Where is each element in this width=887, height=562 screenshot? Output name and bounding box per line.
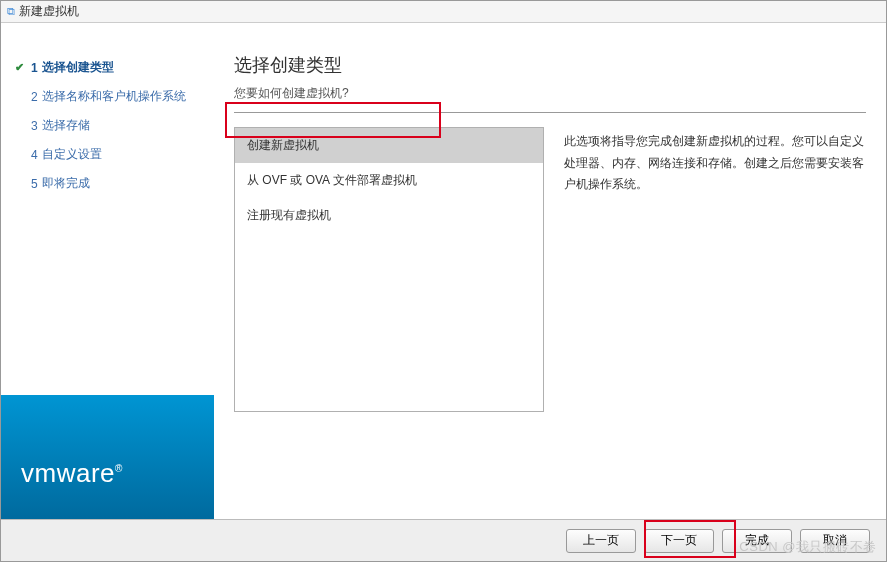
creation-type-list: 创建新虚拟机 从 OVF 或 OVA 文件部署虚拟机 注册现有虚拟机 — [234, 127, 544, 412]
finish-button[interactable]: 完成 — [722, 529, 792, 553]
vm-icon: ⧉ — [7, 5, 15, 18]
step-name-guest-os[interactable]: 2 选择名称和客户机操作系统 — [11, 82, 214, 111]
option-create-new-vm[interactable]: 创建新虚拟机 — [235, 128, 543, 163]
wizard-steps: ✔ 1 选择创建类型 2 选择名称和客户机操作系统 3 选择存储 4 自定义设置 — [1, 23, 214, 198]
step-number: 3 — [31, 119, 38, 133]
back-button[interactable]: 上一页 — [566, 529, 636, 553]
step-label: 选择存储 — [42, 117, 90, 134]
page-title: 选择创建类型 — [234, 53, 866, 77]
step-label: 选择名称和客户机操作系统 — [42, 88, 186, 105]
option-register-vm[interactable]: 注册现有虚拟机 — [235, 198, 543, 233]
step-number: 1 — [31, 61, 38, 75]
content-panel: 选择创建类型 您要如何创建虚拟机? 创建新虚拟机 从 OVF 或 OVA 文件部… — [214, 23, 886, 519]
check-icon: ✔ — [15, 61, 29, 74]
body-row: 创建新虚拟机 从 OVF 或 OVA 文件部署虚拟机 注册现有虚拟机 此选项将指… — [234, 127, 866, 412]
cancel-button[interactable]: 取消 — [800, 529, 870, 553]
next-button[interactable]: 下一页 — [644, 529, 714, 553]
vmware-logo: vmware® — [1, 458, 214, 519]
sidebar: ✔ 1 选择创建类型 2 选择名称和客户机操作系统 3 选择存储 4 自定义设置 — [1, 23, 214, 519]
main-area: ✔ 1 选择创建类型 2 选择名称和客户机操作系统 3 选择存储 4 自定义设置 — [1, 23, 886, 519]
step-label: 选择创建类型 — [42, 59, 114, 76]
step-number: 5 — [31, 177, 38, 191]
step-storage[interactable]: 3 选择存储 — [11, 111, 214, 140]
step-label: 即将完成 — [42, 175, 90, 192]
step-number: 4 — [31, 148, 38, 162]
titlebar: ⧉ 新建虚拟机 — [1, 1, 886, 23]
option-deploy-ovf[interactable]: 从 OVF 或 OVA 文件部署虚拟机 — [235, 163, 543, 198]
window-title: 新建虚拟机 — [19, 3, 79, 20]
option-description: 此选项将指导您完成创建新虚拟机的过程。您可以自定义处理器、内存、网络连接和存储。… — [564, 127, 866, 412]
page-subtitle: 您要如何创建虚拟机? — [234, 85, 866, 113]
step-number: 2 — [31, 90, 38, 104]
step-customize[interactable]: 4 自定义设置 — [11, 140, 214, 169]
step-finish[interactable]: 5 即将完成 — [11, 169, 214, 198]
step-label: 自定义设置 — [42, 146, 102, 163]
step-create-type[interactable]: ✔ 1 选择创建类型 — [11, 53, 214, 82]
footer: 上一页 下一页 完成 取消 — [1, 519, 886, 561]
